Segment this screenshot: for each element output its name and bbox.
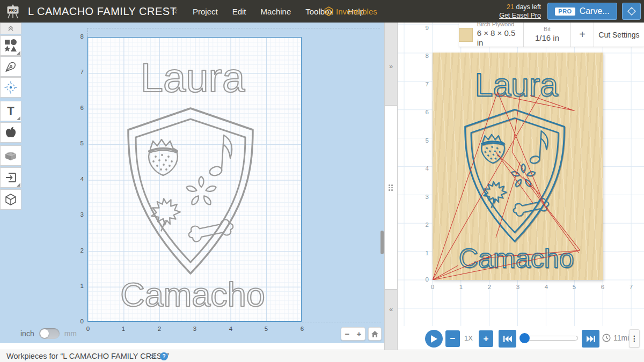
grid-extent-dash-left (87, 28, 88, 37)
expand-right-chevron-icon[interactable]: » (385, 62, 397, 70)
ruler-label: 5 (73, 140, 84, 146)
skip-to-start-button[interactable] (499, 330, 516, 348)
collapse-left-chevron-icon[interactable]: « (385, 305, 397, 313)
unit-inch-label: inch (20, 329, 34, 338)
jog-arrows-icon (626, 6, 637, 17)
unit-toggle[interactable] (39, 328, 60, 339)
ruler-label: 7 (73, 69, 84, 75)
tool-material-blocks[interactable] (0, 145, 21, 166)
canvas-vertical-scrollbar[interactable] (380, 231, 384, 254)
preview-ruler-label: 6 (419, 109, 429, 115)
divider-drag-handle[interactable] (389, 184, 394, 191)
help-button[interactable]: ? (160, 352, 168, 360)
more-options-button[interactable]: ⋮ (629, 329, 640, 348)
carve-button[interactable]: PRO Carve... (547, 3, 617, 20)
clock-icon (602, 334, 611, 342)
panel-divider[interactable]: » « (384, 23, 398, 362)
ruler-label: 4 (73, 176, 84, 182)
preview-ruler-label: 9 (419, 25, 429, 31)
play-button[interactable] (425, 330, 443, 348)
ruler-label: 6 (299, 326, 305, 332)
easel-pro-logo-icon[interactable]: PRO (5, 4, 20, 19)
tool-text[interactable]: T (0, 101, 21, 121)
grid-extent-dash-bottom (302, 322, 381, 322)
home-icon (371, 331, 378, 337)
material-dimensions: 6 × 8 × 0.5 in (477, 28, 523, 49)
zoom-home-button[interactable] (368, 327, 382, 341)
zoom-in-button[interactable]: + (353, 328, 365, 340)
preview-ruler-label: 4 (419, 165, 429, 172)
design-canvas-area: 8 7 6 5 4 3 2 1 0 0 1 2 3 4 5 6 (0, 23, 384, 343)
ruler-label: 0 (73, 318, 84, 324)
speed-down-button[interactable]: − (445, 330, 460, 347)
tool-import[interactable] (0, 167, 21, 188)
text-tool-label: T (7, 105, 14, 117)
pro-badge: PRO (555, 8, 575, 16)
preview-ruler-label: 1 (457, 284, 465, 290)
svg-text:PRO: PRO (9, 9, 17, 12)
collapse-toolbar-button[interactable] (0, 23, 21, 34)
ruler-label: 3 (73, 211, 84, 218)
menu-machine[interactable]: Machine (261, 7, 291, 16)
preview-ruler-label: 5 (570, 284, 578, 290)
easel-app: PRO L CAMACHO FAMILY CREST ☆ Project Edi… (0, 0, 644, 362)
bit-settings-button[interactable]: Bit 1/16 in (523, 23, 570, 47)
inventables-link[interactable]: Inventables (324, 0, 377, 23)
flyout-corner (17, 51, 20, 55)
bit-value: 1/16 in (535, 33, 559, 43)
ruler-label: 6 (73, 105, 84, 111)
zoom-out-button[interactable]: − (341, 328, 353, 340)
skip-start-icon (503, 336, 512, 342)
skip-to-end-button[interactable] (582, 330, 599, 348)
material-settings-button[interactable]: Birch Plywood 6 × 8 × 0.5 in (459, 23, 523, 47)
ruler-label: 4 (228, 326, 234, 332)
grid-extent-dash-top (87, 28, 380, 28)
flyout-corner (17, 116, 20, 120)
ruler-label: 3 (192, 326, 198, 332)
preview-ruler-label: 2 (486, 284, 493, 290)
tool-apps-apple[interactable] (0, 122, 21, 143)
play-icon (430, 335, 437, 343)
simulation-progress-slider[interactable] (520, 336, 578, 341)
ruler-label: 0 (85, 326, 91, 332)
preview-ruler-label: 2 (419, 221, 429, 228)
ruler-label: 5 (263, 326, 269, 332)
unit-mm-label: mm (64, 329, 77, 338)
flyout-corner (17, 183, 20, 187)
carve-label: Carve... (580, 6, 610, 16)
material-bar: Birch Plywood 6 × 8 × 0.5 in Bit 1/16 in… (459, 23, 644, 47)
trial-days-number: 21 (507, 3, 514, 11)
tool-shapes[interactable] (0, 35, 21, 56)
material-preview[interactable] (433, 53, 603, 280)
preview-ruler-label: 8 (419, 53, 429, 59)
tool-drill-origin[interactable] (0, 77, 21, 98)
ruler-label: 1 (73, 283, 84, 289)
favorite-star-icon[interactable]: ☆ (171, 0, 178, 23)
add-bit-button[interactable]: + (570, 23, 594, 47)
preview-ruler-label: 6 (599, 284, 606, 290)
ruler-label: 8 (73, 33, 84, 40)
preview-ruler-label: 5 (419, 137, 429, 144)
inventables-label: Inventables (336, 7, 377, 16)
slider-knob[interactable] (519, 333, 530, 343)
speed-up-button[interactable]: + (479, 330, 493, 347)
preview-ruler-label: 0 (429, 284, 436, 290)
ruler-label: 2 (73, 247, 84, 254)
toggle-knob (40, 329, 49, 338)
menu-edit[interactable]: Edit (232, 7, 246, 16)
preview-ruler-label: 4 (543, 284, 550, 290)
preview-ruler-label: 0 (419, 276, 429, 283)
speed-value: 1X (464, 334, 473, 342)
design-artwork[interactable] (87, 37, 302, 322)
preview-ruler-label: 3 (514, 284, 522, 290)
trial-info: 21 days left Get Easel Pro (486, 3, 541, 20)
machine-jog-button[interactable] (622, 3, 641, 20)
expand-workpieces-chevron-icon[interactable] (150, 353, 156, 359)
tool-pen[interactable] (0, 56, 21, 77)
toolpath-preview-panel: 9 8 7 6 5 4 3 2 1 0 0 1 2 3 4 5 6 7 Birc… (398, 23, 644, 362)
preview-ruler-label: 3 (419, 194, 429, 200)
menu-project[interactable]: Project (193, 7, 218, 16)
cut-settings-button[interactable]: Cut Settings (594, 23, 644, 47)
tool-3d-preview[interactable] (0, 189, 21, 210)
get-easel-pro-link[interactable]: Get Easel Pro (499, 12, 541, 19)
